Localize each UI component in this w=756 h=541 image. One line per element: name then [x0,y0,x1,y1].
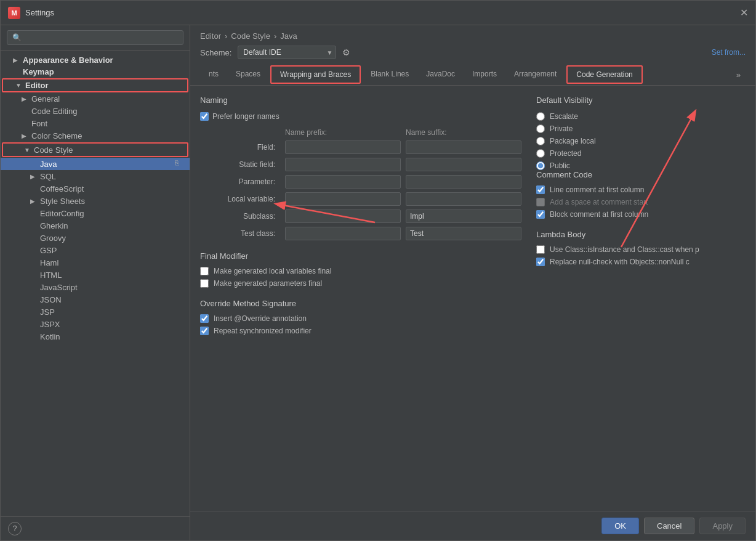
sidebar-item-gherkin[interactable]: Gherkin ⎘ [1,219,190,232]
sidebar-item-color-scheme[interactable]: ▶ Color Scheme ⎘ [1,129,190,142]
package-local-radio[interactable] [536,137,545,145]
sidebar-item-sql[interactable]: ▶ SQL ⎘ [1,170,190,182]
breadcrumb: Editor › Code Style › Java [190,25,755,43]
override-synchronized-checkbox[interactable] [200,327,209,335]
main-content: ▶ Appearance & Behavior Keymap ▼ Editor … [1,25,755,540]
tab-code-generation[interactable]: Code Generation [566,65,642,84]
arrow-icon: ▶ [30,173,39,180]
subclass-prefix-input[interactable] [285,209,401,223]
line-comment-checkbox[interactable] [536,185,545,194]
close-button[interactable]: ✕ [740,7,748,18]
sidebar-item-gsp[interactable]: GSP ⎘ [1,244,190,256]
sidebar-item-editorconfig[interactable]: EditorConfig ⎘ [1,207,190,219]
final-local-checkbox[interactable] [200,267,209,275]
scheme-bar: Scheme: Default IDE ▼ ⚙ Set from... [190,43,755,64]
override-annotation-checkbox[interactable] [200,314,209,323]
comment-code-title: Comment Code [536,170,746,179]
arrow-icon: ▶ [22,132,30,139]
test-class-prefix-input[interactable] [285,227,401,240]
private-radio[interactable] [536,124,545,133]
block-comment-checkbox[interactable] [536,210,545,219]
test-class-suffix-input[interactable] [406,227,521,240]
lambda-body-title: Lambda Body [536,230,746,239]
tab-spaces[interactable]: Spaces [227,66,269,83]
naming-grid: Name prefix: Name suffix: Field: Static … [200,128,521,240]
tab-arrangement[interactable]: Arrangement [505,66,565,83]
settings-window: M Settings ✕ ▶ Appearance & Behavior Key… [0,0,756,541]
default-visibility-title: Default Visibility [536,96,746,105]
escalate-radio[interactable] [536,112,545,121]
search-input[interactable] [7,30,183,45]
sidebar-item-label: Color Scheme [31,131,175,140]
tab-javadoc[interactable]: JavaDoc [417,66,464,83]
parameter-suffix-input[interactable] [406,175,521,189]
sidebar-item-html[interactable]: HTML ⎘ [1,269,190,281]
parameter-prefix-input[interactable] [285,175,401,189]
tab-wrapping[interactable]: Wrapping and Braces [270,65,361,84]
sidebar-item-label: Java [40,160,175,169]
lambda-isinstance-checkbox[interactable] [536,245,545,254]
override-item-0: Insert @Override annotation [200,314,521,323]
local-variable-prefix-input[interactable] [285,192,401,206]
cancel-button[interactable]: Cancel [644,518,694,534]
sidebar-item-label: HTML [40,270,175,280]
arrow-icon: ▶ [30,198,39,205]
static-field-suffix-input[interactable] [406,158,521,171]
scheme-select[interactable]: Default IDE [238,46,336,59]
local-variable-suffix-input[interactable] [406,192,521,206]
help-button[interactable]: ? [8,522,22,535]
final-params-checkbox[interactable] [200,279,209,288]
sidebar-item-groovy[interactable]: Groovy ⎘ [1,232,190,244]
sidebar-item-code-style[interactable]: ▼ Code Style ⎘ [2,142,188,157]
tab-imports[interactable]: Imports [464,66,505,83]
field-suffix-input[interactable] [406,140,521,154]
ok-button[interactable]: OK [601,518,639,534]
sidebar-item-java[interactable]: Java ⎘ [1,158,190,170]
local-variable-label: Local variable: [200,195,280,203]
sidebar-item-label: CoffeeScript [40,184,175,193]
lambda-nullcheck-checkbox[interactable] [536,258,545,266]
tab-nts[interactable]: nts [200,66,227,83]
sidebar-item-haml[interactable]: Haml ⎘ [1,256,190,269]
sidebar-item-label: SQL [40,172,175,181]
app-icon: M [8,7,20,19]
prefer-longer-checkbox[interactable] [200,112,209,121]
sidebar-item-coffeescript[interactable]: CoffeeScript ⎘ [1,182,190,195]
breadcrumb-sep1: › [225,31,227,41]
sidebar-item-editor[interactable]: ▼ Editor [2,78,188,92]
name-prefix-header: Name prefix: [285,128,401,137]
tab-blank-lines[interactable]: Blank Lines [362,66,417,83]
escalate-label: Escalate [550,112,578,121]
sidebar-tree: ▶ Appearance & Behavior Keymap ▼ Editor … [1,51,190,516]
sidebar-item-kotlin[interactable]: Kotlin ⎘ [1,330,190,343]
sidebar-item-jspx[interactable]: JSPX ⎘ [1,318,190,330]
protected-radio[interactable] [536,149,545,158]
sidebar-item-style-sheets[interactable]: ▶ Style Sheets ⎘ [1,195,190,207]
sidebar-item-code-editing[interactable]: Code Editing ⎘ [1,105,190,117]
sidebar-item-keymap[interactable]: Keymap [1,66,190,78]
sidebar-item-javascript[interactable]: JavaScript ⎘ [1,281,190,293]
sidebar-item-jsp[interactable]: JSP ⎘ [1,306,190,318]
sidebar-item-appearance[interactable]: ▶ Appearance & Behavior [1,54,190,66]
final-modifier-section: Final Modifier Make generated local vari… [200,251,521,288]
final-modifier-item-1: Make generated parameters final [200,279,521,288]
window-title: Settings [25,8,740,17]
sidebar-item-label: Keymap [23,67,185,76]
sidebar-item-json[interactable]: JSON ⎘ [1,293,190,306]
lambda-nullcheck-label: Replace null-check with Objects::nonNull… [550,258,690,266]
bottom-bar: OK Cancel Apply [190,511,755,540]
sidebar-item-font[interactable]: Font ⎘ [1,117,190,129]
sidebar-item-label: Style Sheets [40,197,175,206]
static-field-prefix-input[interactable] [285,158,401,171]
apply-button[interactable]: Apply [699,518,746,534]
sidebar-item-label: EditorConfig [40,209,175,218]
set-from-link[interactable]: Set from... [712,48,746,57]
titlebar: M Settings ✕ [1,1,755,25]
tab-overflow-button[interactable]: » [731,68,746,82]
field-prefix-input[interactable] [285,140,401,154]
public-radio[interactable] [536,161,545,170]
subclass-suffix-input[interactable] [406,209,521,223]
space-comment-checkbox[interactable] [536,198,545,206]
sidebar-item-general[interactable]: ▶ General [1,93,190,105]
gear-button[interactable]: ⚙ [342,47,350,57]
